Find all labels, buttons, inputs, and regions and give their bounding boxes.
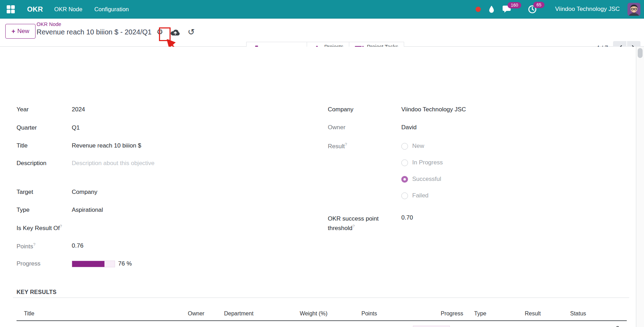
year-input[interactable]: 2024: [72, 106, 85, 113]
points-value: 0.76: [72, 242, 83, 249]
key-results-heading: KEY RESULTS: [17, 289, 57, 295]
plus-icon: +: [12, 28, 15, 35]
radio-icon[interactable]: [401, 192, 408, 199]
scrollbar-thumb[interactable]: [638, 48, 643, 58]
form-sheet: Year 2024 Quarter Q1 Title Revenue reach…: [0, 47, 636, 327]
radio-label: Failed: [412, 192, 428, 199]
help-icon: ?: [60, 224, 62, 228]
field-label: OKR success point threshold?: [328, 214, 401, 233]
description-input[interactable]: Description about this objective: [72, 160, 154, 167]
menu-okr-node[interactable]: OKR Node: [53, 4, 83, 15]
cell-points: 0.00: [327, 321, 377, 327]
result-option-failed[interactable]: Failed: [401, 192, 428, 199]
field-progress: Progress 76 %: [17, 260, 132, 267]
cell-owner: admin: [188, 321, 224, 327]
field-label: Company: [328, 106, 401, 113]
column-header-status[interactable]: Status: [568, 307, 608, 321]
activities-clock-icon[interactable]: 65: [528, 5, 537, 14]
field-title: Title Revenue reach 10 biiion $: [17, 142, 141, 149]
column-header-type[interactable]: Type: [466, 307, 521, 321]
radio-icon[interactable]: [401, 159, 408, 166]
field-label: Owner: [328, 124, 401, 131]
column-header-points[interactable]: Points: [327, 307, 377, 321]
target-input[interactable]: Company: [72, 189, 97, 196]
column-header-title[interactable]: Title: [17, 307, 188, 321]
progress-value: 76 %: [118, 260, 132, 267]
field-label: Quarter: [17, 124, 72, 131]
field-label: Title: [17, 142, 72, 149]
help-icon: ?: [352, 224, 355, 228]
field-label: Target: [17, 189, 72, 196]
save-cloud-icon[interactable]: [170, 28, 180, 36]
top-navbar: OKR OKR Node Configuration 160: [0, 0, 644, 19]
new-button[interactable]: + New: [5, 24, 36, 39]
table-row[interactable]: Revenue from product A reached 2 billion…: [17, 321, 627, 327]
column-header-department[interactable]: Department: [224, 307, 284, 321]
field-quarter: Quarter Q1: [17, 124, 80, 131]
okr-form-screen: OKR OKR Node Configuration 160: [0, 0, 644, 327]
radio-label: Successful: [412, 176, 441, 183]
column-header-weight[interactable]: Weight (%): [284, 307, 327, 321]
field-label: Points?: [17, 242, 72, 250]
result-option-in-progress[interactable]: In Progress: [401, 159, 443, 166]
activities-badge: 65: [533, 2, 544, 8]
column-header-owner[interactable]: Owner: [188, 307, 224, 321]
radio-icon[interactable]: [401, 176, 408, 183]
cell-department: Management: [224, 321, 284, 327]
field-year: Year 2024: [17, 106, 85, 113]
field-type: Type Aspirational: [17, 207, 103, 214]
field-label: Result?: [328, 142, 401, 150]
radio-label: In Progress: [412, 159, 443, 166]
title-input[interactable]: Revenue reach 10 biiion $: [72, 142, 141, 149]
field-label: Progress: [17, 260, 72, 267]
cell-type: Aspirational: [466, 321, 521, 327]
user-avatar[interactable]: [627, 3, 640, 16]
field-target: Target Company: [17, 189, 97, 196]
page-title: Revenue reach 10 biiion $ - 2024/Q1: [37, 28, 152, 36]
delete-row-button[interactable]: [613, 325, 622, 327]
record-indicator-icon[interactable]: [476, 7, 481, 12]
messages-badge: 160: [508, 2, 521, 9]
new-button-label: New: [17, 28, 29, 35]
table-header-row: Title Owner Department Weight (%) Points…: [17, 307, 627, 321]
menu-configuration[interactable]: Configuration: [94, 4, 129, 15]
result-option-successful[interactable]: Successful: [401, 176, 441, 183]
radio-label: New: [412, 143, 424, 150]
app-title[interactable]: OKR: [27, 5, 43, 13]
breadcrumb[interactable]: OKR Node: [37, 21, 195, 27]
grid-icon: [6, 5, 15, 14]
row-progress-bar: [413, 326, 450, 327]
field-label: Year: [17, 106, 72, 113]
radio-icon[interactable]: [401, 143, 408, 150]
cell-weight: 20.00: [284, 321, 327, 327]
column-header-progress[interactable]: Progress: [377, 307, 466, 321]
section-divider: [13, 297, 629, 298]
cell-status: Draft: [568, 321, 608, 327]
column-header-actions: [608, 307, 627, 321]
quarter-input[interactable]: Q1: [72, 124, 80, 131]
field-owner: Owner David: [328, 124, 416, 131]
control-panel: + New OKR Node Revenue reach 10 biiion $…: [0, 19, 644, 47]
owner-input[interactable]: David: [401, 124, 416, 131]
cell-title: Revenue from product A reached 2 billion…: [17, 321, 188, 327]
company-switcher[interactable]: Viindoo Technology JSC: [555, 6, 620, 13]
type-input[interactable]: Aspirational: [72, 207, 103, 214]
company-input[interactable]: Viindoo Technology JSC: [401, 106, 466, 113]
gear-icon[interactable]: ⚙: [157, 28, 163, 36]
key-results-table: Title Owner Department Weight (%) Points…: [17, 307, 627, 327]
apps-grid-icon[interactable]: [5, 4, 17, 15]
discard-undo-icon[interactable]: ↺: [188, 28, 195, 36]
field-label: Description: [17, 160, 72, 167]
column-header-result[interactable]: Result: [521, 307, 568, 321]
field-description: Description Description about this objec…: [17, 160, 154, 167]
cell-progress: 0 %: [377, 321, 466, 327]
field-label: Type: [17, 207, 72, 214]
messages-icon[interactable]: 160: [502, 5, 512, 13]
droplet-icon[interactable]: [489, 5, 495, 13]
field-is-key-result-of: Is Key Result Of?: [17, 224, 72, 232]
cell-result: Failed: [521, 321, 568, 327]
field-okr-success-threshold: OKR success point threshold? 0.70: [328, 214, 413, 233]
progress-bar: [72, 261, 115, 267]
field-points: Points? 0.76: [17, 242, 83, 250]
result-option-new[interactable]: New: [401, 143, 424, 150]
